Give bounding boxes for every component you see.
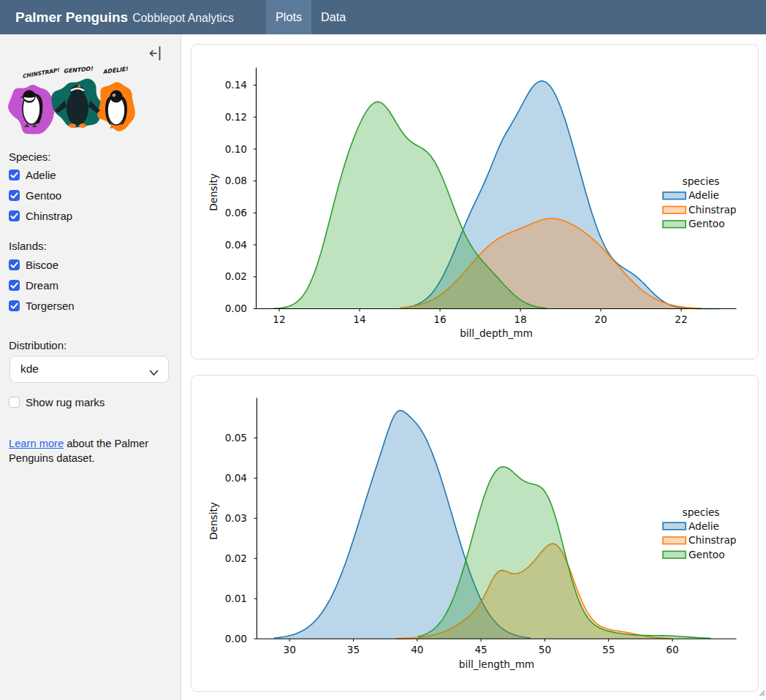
legend-swatch-adelie	[663, 522, 686, 530]
y-tick-label: 0.03	[225, 512, 247, 524]
legend-swatch-gentoo	[663, 551, 686, 558]
x-tick-label: 22	[675, 313, 687, 325]
y-tick-label: 0.02	[225, 552, 247, 564]
penguins-artwork: CHINSTRAP!GENTOO!ADÉLIE!	[8, 62, 137, 140]
checkbox-checked	[9, 259, 20, 270]
adelie-label: ADÉLIE!	[102, 65, 129, 75]
legend-swatch-chinstrap	[663, 537, 686, 544]
x-tick-label: 20	[594, 313, 607, 325]
collapse-left-icon	[149, 45, 165, 62]
y-axis-label: Density	[208, 173, 219, 211]
nav-tab-plots[interactable]: Plots	[266, 0, 311, 34]
x-tick-label: 14	[353, 313, 365, 325]
legend-label-gentoo: Gentoo	[689, 549, 724, 560]
x-tick-label: 40	[411, 644, 423, 655]
y-tick-label: 0.10	[225, 143, 247, 155]
navbar: Palmer Penguins Cobblepot Analytics Plot…	[0, 0, 766, 34]
y-tick-label: 0.14	[225, 79, 247, 91]
x-tick-label: 60	[666, 644, 678, 655]
checkbox-label: Dream	[26, 279, 58, 292]
y-tick-label: 0.04	[225, 472, 247, 484]
y-tick-label: 0.00	[225, 633, 247, 644]
distribution-selected-value: kde	[20, 362, 39, 376]
checkbox-label: Show rug marks	[26, 396, 105, 408]
x-axis-label: bill_length_mm	[459, 658, 534, 670]
checkbox-gentoo[interactable]: Gentoo	[9, 189, 61, 202]
legend-label-gentoo: Gentoo	[689, 218, 724, 229]
bill-depth-card: 1214161820220.000.020.040.060.080.100.12…	[191, 44, 759, 359]
x-tick-label: 16	[433, 313, 446, 325]
nav-tab-data[interactable]: Data	[311, 0, 355, 34]
checkbox-checked	[9, 280, 20, 291]
checkbox-label: Torgersen	[26, 300, 75, 312]
bill-depth-plot: 1214161820220.000.020.040.060.080.100.12…	[192, 45, 758, 359]
checkbox-checked	[9, 170, 20, 180]
checkbox-label: Biscoe	[26, 259, 58, 271]
sidebar: CHINSTRAP!GENTOO!ADÉLIE! Species: Adelie…	[0, 34, 181, 700]
checkbox-checked	[9, 190, 20, 201]
y-tick-label: 0.08	[225, 175, 247, 186]
checkbox-checked	[9, 300, 20, 311]
distribution-label: Distribution:	[9, 339, 67, 351]
checkbox-biscoe[interactable]: Biscoe	[9, 259, 58, 271]
legend-label-adelie: Adelie	[689, 520, 719, 532]
gentoo-label: GENTOO!	[63, 65, 93, 75]
x-axis-label: bill_depth_mm	[460, 327, 533, 339]
legend-label-chinstrap: Chinstrap	[689, 534, 736, 546]
legend-swatch-adelie	[663, 192, 686, 199]
learn-more-link[interactable]: Learn more	[9, 438, 64, 449]
chinstrap-label: CHINSTRAP!	[22, 66, 61, 80]
chevron-down-icon	[149, 366, 159, 379]
y-tick-label: 0.05	[225, 432, 247, 444]
bill-length-plot: 303540455055600.000.010.020.030.040.05bi…	[192, 376, 758, 691]
x-tick-label: 30	[284, 644, 296, 655]
legend-label-chinstrap: Chinstrap	[689, 204, 736, 216]
sidebar-footer-text: Learn more about the Palmer Penguins dat…	[9, 436, 162, 466]
distribution-select[interactable]: kde	[10, 356, 169, 383]
checkbox-checked	[9, 210, 20, 221]
legend-title: species	[683, 175, 720, 187]
sidebar-collapse-button[interactable]	[149, 45, 165, 62]
y-tick-label: 0.06	[225, 207, 247, 218]
checkbox-label: Adelie	[26, 169, 56, 181]
checkbox-label: Chinstrap	[26, 210, 72, 222]
x-tick-label: 45	[474, 644, 487, 655]
legend-swatch-chinstrap	[663, 207, 686, 214]
app-root: Palmer Penguins Cobblepot Analytics Plot…	[0, 0, 766, 700]
y-axis-label: Density	[208, 502, 219, 540]
checkbox-show-rug-marks[interactable]: Show rug marks	[9, 396, 105, 408]
checkbox-unchecked	[9, 397, 20, 408]
y-tick-label: 0.01	[225, 593, 247, 604]
legend-label-adelie: Adelie	[689, 189, 719, 201]
y-tick-label: 0.04	[225, 239, 247, 251]
navbar-tabs: PlotsData	[266, 0, 355, 34]
x-tick-label: 35	[347, 644, 360, 655]
checkbox-adelie[interactable]: Adelie	[9, 169, 56, 181]
app-subtitle: Cobblepot Analytics	[132, 12, 234, 25]
islands-group-label: Islands:	[9, 240, 47, 252]
resize-grip-icon[interactable]	[758, 686, 765, 699]
y-tick-label: 0.00	[225, 303, 247, 314]
y-tick-label: 0.02	[225, 270, 247, 282]
bill-length-card: 303540455055600.000.010.020.030.040.05bi…	[191, 375, 759, 692]
y-tick-label: 0.12	[225, 111, 247, 123]
checkbox-chinstrap[interactable]: Chinstrap	[9, 210, 72, 222]
x-tick-label: 55	[602, 644, 615, 655]
x-tick-label: 50	[539, 644, 551, 655]
species-group-label: Species:	[9, 151, 51, 163]
x-tick-label: 18	[514, 313, 526, 325]
checkbox-label: Gentoo	[26, 189, 61, 202]
legend-title: species	[683, 506, 720, 518]
checkbox-torgersen[interactable]: Torgersen	[9, 300, 75, 312]
x-tick-label: 12	[273, 313, 285, 325]
legend-swatch-gentoo	[663, 221, 686, 228]
checkbox-dream[interactable]: Dream	[9, 279, 58, 292]
navbar-brand: Palmer Penguins Cobblepot Analytics	[15, 0, 234, 34]
penguins-illustration: CHINSTRAP!GENTOO!ADÉLIE!	[8, 62, 137, 137]
app-title: Palmer Penguins	[15, 0, 128, 34]
